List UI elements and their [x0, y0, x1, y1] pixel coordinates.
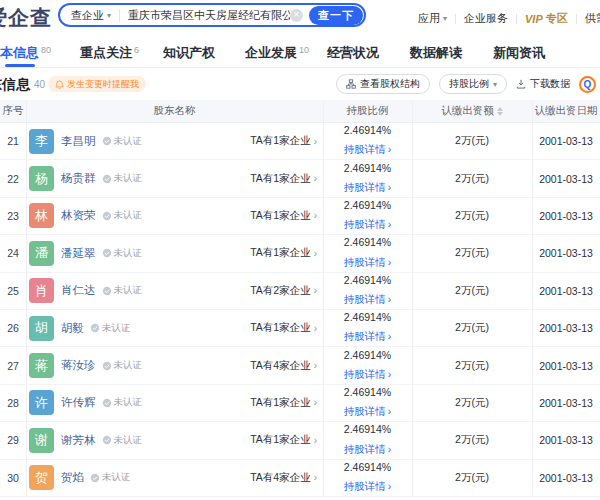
chevron-right-icon: ›: [388, 480, 392, 492]
download-data-button[interactable]: 下载数据: [516, 77, 570, 91]
related-companies-link[interactable]: TA有4家企业 ›: [250, 471, 317, 485]
shareholder-cell: 许 许传辉 未认证 TA有1家企业 ›: [26, 390, 323, 415]
shareholder-name-link[interactable]: 林资荣: [61, 208, 96, 223]
header-shareholder-name: 股东名称: [26, 104, 323, 118]
shareholder-name-link[interactable]: 许传辉: [61, 395, 96, 410]
holding-detail-link[interactable]: 持股详情›: [344, 405, 392, 417]
shareholder-cell: 谢 谢芳林 未认证 TA有1家企业 ›: [26, 428, 323, 453]
related-companies-link[interactable]: TA有1家企业 ›: [250, 246, 317, 260]
chevron-right-icon: ›: [314, 435, 317, 446]
subscribed-amount-value: 2万(元): [412, 134, 532, 148]
shareholder-name-link[interactable]: 蒋汝珍: [61, 358, 96, 373]
nav-enterprise-services[interactable]: 企业服务: [464, 11, 508, 26]
subscribed-amount-value: 2万(元): [412, 471, 532, 485]
certification-badge: 未认证: [102, 434, 143, 447]
row-index: 23: [0, 210, 26, 222]
table-row: 22 杨 杨贵群 未认证 TA有1家企业 › 2.46914% 持股详情› 2万…: [0, 160, 600, 197]
shareholder-avatar: 蒋: [29, 353, 54, 378]
tab-basic-info[interactable]: 基本信息80: [0, 44, 51, 62]
chevron-right-icon: ›: [388, 368, 392, 380]
bell-icon: [55, 80, 64, 89]
company-tabs: 基本信息80 重点关注6 知识产权 企业发展10 经营状况 数据解读 新闻资讯: [0, 36, 600, 68]
view-equity-structure-button[interactable]: 查看股权结构: [336, 74, 430, 94]
search-bar[interactable]: 查企业 ▾ 重庆市荣昌区中天房屋经纪有限公司 × 查一下: [58, 3, 366, 27]
shareholder-name-link[interactable]: 肖仁达: [61, 283, 96, 298]
subscribed-amount-value: 2万(元): [412, 284, 532, 298]
row-index: 28: [0, 397, 26, 409]
related-companies-link[interactable]: TA有1家企业 ›: [250, 396, 317, 410]
holding-detail-link[interactable]: 持股详情›: [344, 256, 392, 268]
tab-operating-status[interactable]: 经营状况: [327, 44, 381, 62]
shareholder-name-link[interactable]: 杨贵群: [61, 171, 96, 186]
chevron-down-icon: ▾: [493, 80, 497, 89]
holding-detail-link[interactable]: 持股详情›: [344, 143, 392, 155]
holding-detail-link[interactable]: 持股详情›: [344, 218, 392, 230]
sort-icon[interactable]: [497, 107, 503, 116]
header-subscribed-amount[interactable]: 认缴出资额: [412, 104, 532, 118]
ratio-value: 2.46914%: [323, 123, 412, 137]
search-category-dropdown[interactable]: 查企业 ▾: [71, 8, 111, 23]
nav-apps[interactable]: 应用 ▾: [418, 11, 447, 26]
shareholder-avatar: 杨: [29, 166, 54, 191]
aiqicha-q-logo-icon[interactable]: Q: [579, 76, 596, 93]
related-companies-link[interactable]: TA有2家企业 ›: [250, 284, 317, 298]
subscribed-date-value: 2001-03-13: [532, 135, 600, 147]
chevron-right-icon: ›: [314, 210, 317, 221]
shareholder-avatar: 贺: [29, 465, 54, 490]
clear-search-icon[interactable]: ×: [290, 9, 303, 22]
check-circle-icon: [102, 248, 112, 258]
holding-ratio-cell: 2.46914% 持股详情›: [323, 235, 412, 271]
check-circle-icon: [102, 136, 112, 146]
chevron-down-icon: ▾: [107, 11, 111, 20]
shareholder-avatar: 谢: [29, 428, 54, 453]
subscribed-amount-value: 2万(元): [412, 396, 532, 410]
shareholder-table: 序号 股东名称 持股比例 认缴出资额 认缴出资日期 21 李 李昌明 未认证 T…: [0, 100, 600, 500]
shareholder-name-link[interactable]: 贺焰: [61, 470, 84, 485]
aiqicha-logo[interactable]: 爱企查: [0, 4, 52, 32]
shareholder-name-link[interactable]: 谢芳林: [61, 433, 96, 448]
ratio-value: 2.46914%: [323, 348, 412, 362]
chevron-right-icon: ›: [314, 360, 317, 371]
holding-ratio-filter-dropdown[interactable]: 持股比例 ▾: [439, 74, 507, 94]
search-input[interactable]: 重庆市荣昌区中天房屋经纪有限公司: [128, 8, 290, 23]
tab-intellectual-property[interactable]: 知识产权: [163, 44, 217, 62]
related-companies-link[interactable]: TA有1家企业 ›: [250, 172, 317, 186]
chevron-right-icon: ›: [388, 181, 392, 193]
search-button[interactable]: 查一下: [309, 6, 363, 25]
chevron-right-icon: ›: [388, 443, 392, 455]
tab-data-insight[interactable]: 数据解读: [410, 44, 464, 62]
table-row: 26 胡 胡毅 未认证 TA有1家企业 › 2.46914% 持股详情› 2万(…: [0, 310, 600, 347]
holding-detail-link[interactable]: 持股详情›: [344, 443, 392, 455]
holding-detail-link[interactable]: 持股详情›: [344, 480, 392, 492]
shareholder-name-link[interactable]: 潘延翠: [61, 246, 96, 261]
check-circle-icon: [102, 361, 112, 371]
related-companies-link[interactable]: TA有1家企业 ›: [250, 433, 317, 447]
holding-detail-link[interactable]: 持股详情›: [344, 181, 392, 193]
change-alert-button[interactable]: 发生变更时提醒我: [48, 76, 146, 92]
table-row: 24 潘 潘延翠 未认证 TA有1家企业 › 2.46914% 持股详情› 2万…: [0, 235, 600, 272]
holding-detail-link[interactable]: 持股详情›: [344, 368, 392, 380]
holding-detail-link[interactable]: 持股详情›: [344, 293, 392, 305]
subscribed-amount-value: 2万(元): [412, 246, 532, 260]
shareholder-name-link[interactable]: 胡毅: [61, 321, 84, 336]
chevron-right-icon: ›: [314, 472, 317, 483]
nav-supply-market[interactable]: 供需集市 HOT: [585, 11, 600, 26]
subscribed-date-value: 2001-03-13: [532, 472, 600, 484]
tab-company-development[interactable]: 企业发展10: [245, 44, 309, 62]
tab-news[interactable]: 新闻资讯: [493, 44, 547, 62]
holding-detail-link[interactable]: 持股详情›: [344, 330, 392, 342]
related-companies-link[interactable]: TA有4家企业 ›: [250, 359, 317, 373]
related-companies-link[interactable]: TA有1家企业 ›: [250, 209, 317, 223]
top-header: 爱企查 查企业 ▾ 重庆市荣昌区中天房屋经纪有限公司 × 查一下 应用 ▾ 企业…: [0, 0, 600, 36]
check-circle-icon: [102, 286, 112, 296]
shareholder-name-link[interactable]: 李昌明: [61, 134, 96, 149]
related-companies-link[interactable]: TA有1家企业 ›: [250, 321, 317, 335]
table-row: 30 贺 贺焰 未认证 TA有4家企业 › 2.46914% 持股详情› 2万(…: [0, 460, 600, 497]
tab-key-focus[interactable]: 重点关注6: [80, 44, 139, 62]
nav-vip-zone[interactable]: VIP专区: [525, 11, 568, 26]
search-divider: [119, 9, 120, 22]
table-row: 25 肖 肖仁达 未认证 TA有2家企业 › 2.46914% 持股详情› 2万…: [0, 273, 600, 310]
holding-ratio-cell: 2.46914% 持股详情›: [323, 310, 412, 346]
certification-badge: 未认证: [102, 247, 143, 260]
related-companies-link[interactable]: TA有1家企业 ›: [250, 134, 317, 148]
